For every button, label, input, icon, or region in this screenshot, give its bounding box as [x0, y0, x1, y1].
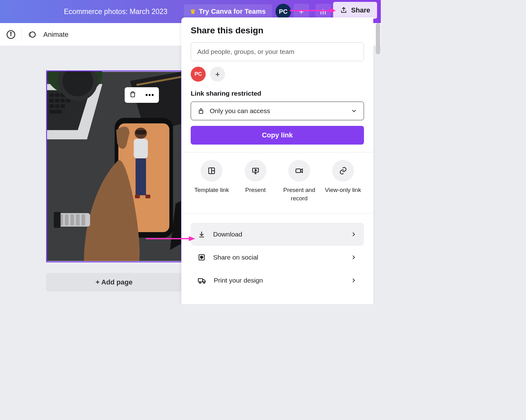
- svg-rect-33: [136, 158, 146, 195]
- svg-rect-19: [50, 104, 54, 108]
- share-icon: [340, 7, 347, 14]
- truck-icon: [198, 276, 206, 285]
- chevron-right-icon: [350, 231, 357, 238]
- more-button[interactable]: •••: [146, 91, 155, 99]
- toolbar-divider: [21, 28, 22, 41]
- access-dropdown[interactable]: Only you can access: [191, 102, 364, 120]
- scrollbar[interactable]: [376, 23, 380, 54]
- present-icon: [251, 166, 260, 175]
- download-icon: [198, 230, 206, 238]
- svg-rect-11: [55, 93, 60, 97]
- svg-rect-39: [70, 214, 74, 226]
- svg-rect-20: [55, 104, 60, 108]
- template-link-action[interactable]: Template link: [191, 160, 233, 203]
- svg-rect-35: [146, 195, 151, 198]
- lock-icon: [197, 107, 205, 115]
- svg-rect-18: [66, 99, 70, 103]
- svg-rect-10: [50, 93, 54, 97]
- plus-icon: +: [299, 7, 304, 17]
- svg-rect-41: [81, 214, 85, 226]
- element-toolbar: •••: [125, 87, 159, 103]
- heart-box-icon: [198, 253, 206, 261]
- svg-rect-16: [55, 99, 60, 103]
- crown-icon: ♛: [190, 8, 196, 15]
- action-label: View-only link: [322, 186, 364, 194]
- trash-icon: [129, 91, 136, 98]
- add-people-input[interactable]: [191, 42, 364, 61]
- svg-rect-53: [296, 169, 301, 173]
- action-label: Present and record: [278, 186, 320, 203]
- add-page-label: + Add page: [96, 278, 132, 286]
- svg-point-58: [203, 282, 205, 284]
- chart-icon: [319, 7, 328, 16]
- chevron-right-icon: [350, 277, 357, 284]
- panel-divider: [181, 213, 373, 213]
- svg-rect-38: [65, 214, 69, 226]
- svg-rect-44: [131, 93, 135, 97]
- svg-rect-17: [60, 99, 65, 103]
- add-page-button[interactable]: + Add page: [46, 273, 182, 292]
- add-person-button[interactable]: +: [210, 67, 225, 82]
- access-value: Only you can access: [210, 107, 270, 115]
- user-avatar[interactable]: PC: [275, 4, 291, 19]
- svg-rect-15: [50, 99, 54, 103]
- add-collaborator-button[interactable]: +: [294, 4, 309, 19]
- share-social-row[interactable]: Share on social: [191, 246, 364, 269]
- svg-rect-45: [199, 111, 203, 113]
- panel-divider: [181, 152, 373, 152]
- row-label: Download: [213, 231, 242, 238]
- svg-rect-31: [136, 130, 146, 135]
- design-content-image: [47, 71, 181, 261]
- analytics-button[interactable]: [315, 4, 331, 19]
- present-record-action[interactable]: Present and record: [278, 160, 320, 203]
- svg-point-6: [30, 32, 36, 37]
- share-button[interactable]: Share: [333, 2, 377, 19]
- template-icon: [207, 166, 216, 175]
- copy-link-button[interactable]: Copy link: [191, 126, 364, 145]
- svg-rect-34: [135, 195, 140, 198]
- record-icon: [295, 166, 304, 175]
- chevron-right-icon: [350, 254, 357, 261]
- plus-icon: +: [215, 69, 220, 79]
- svg-rect-21: [60, 104, 65, 108]
- download-row[interactable]: Download: [191, 223, 364, 246]
- print-row[interactable]: Print your design: [191, 269, 364, 292]
- info-button[interactable]: [6, 30, 16, 39]
- link-sharing-label: Link sharing restricted: [191, 90, 364, 97]
- chevron-down-icon: [351, 107, 357, 114]
- present-action[interactable]: Present: [235, 160, 277, 203]
- svg-point-57: [199, 282, 201, 284]
- owner-avatar[interactable]: PC: [191, 67, 206, 82]
- design-frame[interactable]: [46, 70, 182, 262]
- share-panel-title: Share this design: [191, 26, 364, 36]
- row-label: Share on social: [213, 254, 258, 261]
- action-label: Template link: [191, 186, 233, 194]
- action-label: Present: [235, 186, 277, 194]
- share-label: Share: [351, 6, 370, 14]
- animate-button[interactable]: [27, 30, 36, 39]
- copy-link-label: Copy link: [262, 131, 293, 139]
- svg-marker-50: [255, 169, 257, 171]
- svg-rect-56: [198, 279, 203, 282]
- document-title[interactable]: Ecommerce photos: March 2023: [64, 7, 167, 16]
- try-teams-label: Try Canva for Teams: [199, 7, 266, 16]
- svg-rect-32: [134, 139, 148, 158]
- animate-label[interactable]: Animate: [43, 31, 69, 39]
- svg-point-5: [11, 32, 12, 33]
- svg-rect-40: [76, 214, 80, 226]
- view-only-link-action[interactable]: View-only link: [322, 160, 364, 203]
- row-label: Print your design: [214, 277, 263, 284]
- svg-rect-22: [50, 110, 62, 114]
- try-teams-button[interactable]: ♛ Try Canva for Teams: [184, 4, 272, 19]
- delete-button[interactable]: [129, 91, 136, 99]
- svg-rect-42: [54, 212, 61, 228]
- share-panel: Share this design PC + Link sharing rest…: [181, 17, 373, 304]
- more-icon: •••: [146, 91, 155, 99]
- link-icon: [339, 166, 347, 175]
